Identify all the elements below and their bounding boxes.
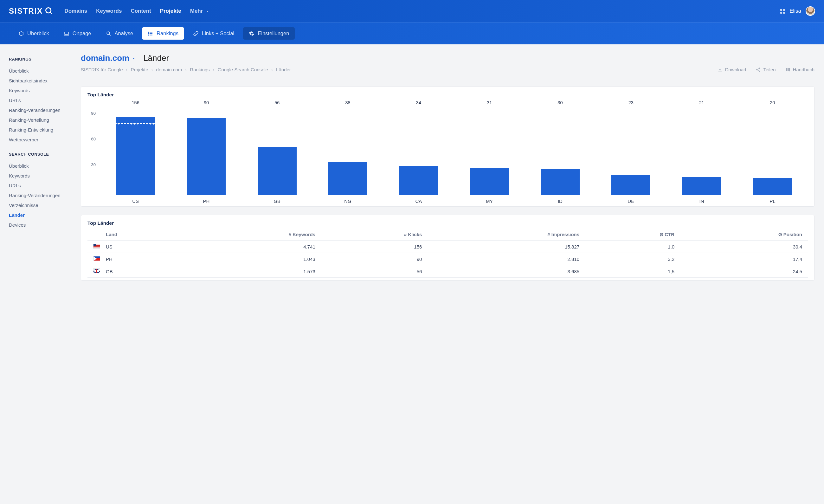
gear-icon bbox=[249, 31, 254, 36]
chart-bar[interactable]: 20 bbox=[737, 100, 808, 195]
cell-keywords: 1.043 bbox=[183, 253, 321, 265]
apps-icon[interactable] bbox=[780, 9, 785, 14]
sidebar-item[interactable]: Ranking-Verteilung bbox=[9, 115, 71, 125]
sidebar-group-rankings-title: RANKINGS bbox=[9, 57, 71, 62]
chart-bar[interactable]: 34 bbox=[383, 100, 454, 195]
crumb[interactable]: Projekte bbox=[131, 67, 148, 72]
tab-ueberblick[interactable]: Überblick bbox=[13, 27, 55, 39]
sidebar-item[interactable]: Wettbewerber bbox=[9, 135, 71, 144]
topnav: SISTRIX Domains Keywords Content Projekt… bbox=[0, 0, 824, 22]
bar-value-label: 34 bbox=[416, 100, 421, 105]
cell-position: 30,4 bbox=[680, 240, 808, 253]
col-impressions[interactable]: # Impressions bbox=[427, 228, 585, 240]
table-row[interactable]: PH1.043902.8103,217,4 bbox=[88, 253, 808, 265]
sidebar-item[interactable]: Ranking-Veränderungen bbox=[9, 191, 71, 200]
sidebar-item[interactable]: Devices bbox=[9, 220, 71, 230]
bar-value-label: 23 bbox=[628, 100, 633, 105]
chart-bar[interactable]: 23 bbox=[596, 100, 666, 195]
chart-card-title: Top Länder bbox=[88, 92, 808, 98]
sidebar-item[interactable]: Überblick bbox=[9, 66, 71, 76]
crumb[interactable]: SISTRIX für Google bbox=[81, 67, 123, 72]
bar-chart: 306090 156905638343130232120 bbox=[88, 100, 808, 195]
sidebar-item[interactable]: Ranking-Veränderungen bbox=[9, 105, 71, 115]
domain-selector[interactable]: domain.com bbox=[81, 53, 136, 63]
chart-bar[interactable]: 156 bbox=[100, 100, 171, 195]
chevron-down-icon bbox=[206, 9, 209, 13]
avatar[interactable] bbox=[806, 6, 815, 16]
svg-line-1 bbox=[50, 12, 52, 14]
sidebar-item[interactable]: URLs bbox=[9, 181, 71, 191]
chart-x-label: PL bbox=[737, 198, 808, 204]
topnav-item-projekte[interactable]: Projekte bbox=[160, 8, 181, 14]
chart-bar[interactable]: 90 bbox=[171, 100, 241, 195]
sidebar-item-laender[interactable]: Länder bbox=[9, 210, 71, 220]
bar-value-label: 30 bbox=[557, 100, 562, 105]
col-ctr[interactable]: Ø CTR bbox=[585, 228, 680, 240]
cell-ctr: 1,5 bbox=[585, 265, 680, 278]
topnav-item-content[interactable]: Content bbox=[130, 8, 151, 14]
col-position[interactable]: Ø Position bbox=[680, 228, 808, 240]
share-icon bbox=[755, 67, 760, 72]
link-icon bbox=[193, 31, 199, 36]
chart-bar[interactable]: 31 bbox=[454, 100, 524, 195]
tab-analyse[interactable]: Analyse bbox=[100, 27, 139, 39]
share-button[interactable]: Teilen bbox=[755, 67, 776, 72]
topnav-item-keywords[interactable]: Keywords bbox=[96, 8, 122, 14]
sidebar-item[interactable]: Ranking-Entwicklung bbox=[9, 125, 71, 135]
table-row[interactable]: US4.74115615.8271,030,4 bbox=[88, 240, 808, 253]
chart-bar[interactable]: 38 bbox=[312, 100, 383, 195]
user-name[interactable]: Elisa bbox=[790, 8, 801, 14]
chart-x-label: PH bbox=[171, 198, 241, 204]
table-card-title: Top Länder bbox=[88, 220, 808, 226]
col-keywords[interactable]: # Keywords bbox=[183, 228, 321, 240]
brand-text: SISTRIX bbox=[9, 7, 43, 15]
col-klicks[interactable]: # Klicks bbox=[321, 228, 427, 240]
cell-ctr: 3,2 bbox=[585, 253, 680, 265]
tab-links-social[interactable]: Links + Social bbox=[187, 27, 240, 39]
chart-x-label: IN bbox=[666, 198, 737, 204]
list-icon bbox=[148, 31, 153, 36]
svg-point-0 bbox=[46, 8, 51, 13]
chart-bar[interactable]: 56 bbox=[242, 100, 312, 195]
handbook-button[interactable]: Handbuch bbox=[785, 67, 815, 72]
sidebar-item[interactable]: Keywords bbox=[9, 171, 71, 181]
cell-klicks: 56 bbox=[321, 265, 427, 278]
chart-bar[interactable]: 30 bbox=[525, 100, 596, 195]
tab-rankings[interactable]: Rankings bbox=[142, 27, 184, 39]
cell-impressions: 15.827 bbox=[427, 240, 585, 253]
topnav-item-mehr[interactable]: Mehr bbox=[190, 8, 209, 14]
topnav-item-domains[interactable]: Domains bbox=[64, 8, 87, 14]
download-icon bbox=[718, 67, 723, 72]
topnav-menu: Domains Keywords Content Projekte Mehr bbox=[64, 8, 209, 14]
sidebar-item[interactable]: URLs bbox=[9, 95, 71, 105]
table-row[interactable]: GB1.573563.6851,524,5 bbox=[88, 265, 808, 278]
crumb[interactable]: domain.com bbox=[156, 67, 182, 72]
sidebar-item[interactable]: Keywords bbox=[9, 86, 71, 95]
brand-logo[interactable]: SISTRIX bbox=[9, 7, 54, 15]
cell-keywords: 4.741 bbox=[183, 240, 321, 253]
cell-klicks: 90 bbox=[321, 253, 427, 265]
cell-impressions: 3.685 bbox=[427, 265, 585, 278]
cube-icon bbox=[18, 31, 24, 36]
crumb[interactable]: Rankings bbox=[190, 67, 210, 72]
chart-x-label: NG bbox=[312, 198, 383, 204]
sidebar-item[interactable]: Verzeichnisse bbox=[9, 200, 71, 210]
chart-bar[interactable]: 21 bbox=[666, 100, 737, 195]
page-header: domain.com Länder SISTRIX für Google› Pr… bbox=[81, 53, 815, 78]
sidebar-item[interactable]: Überblick bbox=[9, 161, 71, 171]
tab-einstellungen[interactable]: Einstellungen bbox=[243, 27, 295, 39]
table-card: Top Länder Land # Keywords # Klicks # Im… bbox=[81, 215, 815, 281]
col-land[interactable]: Land bbox=[100, 228, 183, 240]
bar-value-label: 56 bbox=[275, 100, 280, 105]
cell-ctr: 1,0 bbox=[585, 240, 680, 253]
book-icon bbox=[785, 67, 791, 72]
crumb[interactable]: Google Search Console bbox=[218, 67, 268, 72]
cell-position: 17,4 bbox=[680, 253, 808, 265]
download-button[interactable]: Download bbox=[718, 67, 746, 72]
bar-value-label: 90 bbox=[204, 100, 209, 105]
svg-point-13 bbox=[756, 69, 757, 70]
chart-x-label: US bbox=[100, 198, 171, 204]
sidebar-item[interactable]: Sichtbarkeitsindex bbox=[9, 76, 71, 86]
chart-card: Top Länder 306090 156905638343130232120 … bbox=[81, 87, 815, 207]
tab-onpage[interactable]: Onpage bbox=[58, 27, 97, 39]
